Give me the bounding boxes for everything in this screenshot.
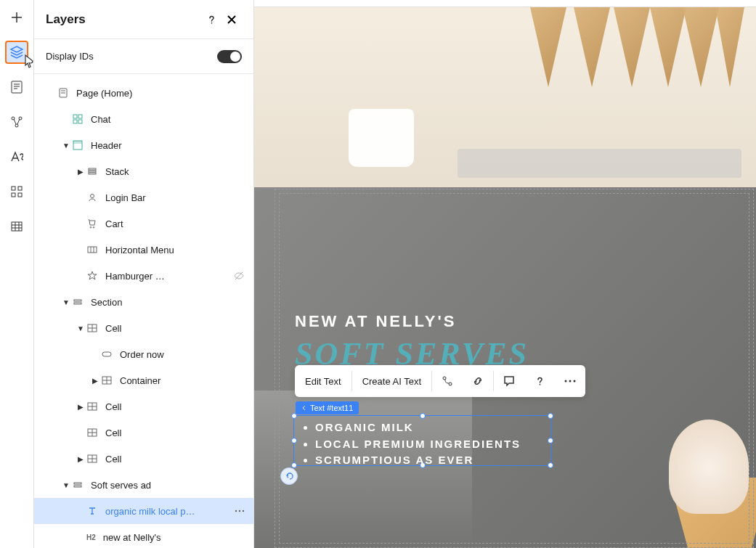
svg-rect-21	[74, 300, 81, 301]
svg-rect-20	[88, 247, 97, 253]
layers-tool[interactable]	[5, 41, 28, 64]
tree-row[interactable]: Page (Home)	[34, 80, 253, 106]
pages-tool[interactable]	[5, 75, 28, 99]
text-icon	[86, 505, 98, 517]
bullet-text[interactable]: ORGANIC MILK LOCAL PREMIUM INGREDIENTS S…	[304, 420, 521, 469]
close-button[interactable]	[221, 9, 242, 30]
panel-title: Layers	[46, 12, 201, 27]
page-icon	[57, 87, 69, 99]
svg-point-35	[449, 383, 452, 385]
section-icon	[72, 479, 84, 491]
svg-rect-12	[73, 120, 77, 123]
tree-label: Stack	[105, 166, 245, 177]
cart-icon	[86, 218, 98, 229]
tree-label: organic milk local p…	[105, 506, 235, 517]
table-tool[interactable]	[5, 215, 28, 238]
tree-label: Order now	[120, 349, 245, 360]
tree-row[interactable]: ▶Cell	[34, 393, 253, 420]
tree-label: Page (Home)	[76, 88, 245, 99]
display-ids-label: Display IDs	[46, 51, 217, 62]
tree-row[interactable]: Order now	[34, 341, 253, 367]
comment-button[interactable]	[494, 365, 524, 397]
menu-icon	[86, 244, 98, 255]
help-button[interactable]	[201, 9, 221, 30]
tree-row[interactable]: ▼Soft serves ad	[34, 472, 253, 498]
link-button[interactable]	[463, 365, 493, 397]
edit-text-button[interactable]: Edit Text	[295, 365, 351, 397]
svg-rect-17	[89, 171, 96, 172]
tree-label: Cell	[105, 323, 245, 334]
tree-label: Cell	[105, 454, 245, 465]
cell-icon	[86, 427, 98, 438]
help-context-button[interactable]	[524, 365, 555, 397]
canvas[interactable]: NEW AT NELLY'S SOFT SERVES Edit Text Cre…	[254, 0, 756, 548]
tree-row[interactable]: Horizontal Menu	[34, 237, 253, 263]
hero-image-top	[254, 7, 756, 189]
tree-label: Soft serves ad	[91, 480, 245, 491]
tree-label: Header	[91, 140, 245, 151]
tree-row[interactable]: H2new at Nelly's	[34, 524, 253, 548]
svg-point-34	[443, 377, 446, 380]
grid-tool[interactable]	[5, 180, 28, 203]
svg-point-38	[574, 380, 576, 383]
tree-label: new at Nelly's	[103, 532, 245, 543]
connections-tool[interactable]	[5, 110, 28, 134]
cell-icon	[86, 322, 98, 334]
tree-label: Section	[91, 297, 245, 308]
tree-row[interactable]: ▼Section	[34, 289, 253, 315]
add-tool[interactable]	[5, 6, 28, 29]
layer-tree[interactable]: Page (Home)Chat▼Header▶StackLogin BarCar…	[34, 74, 253, 548]
tree-label: Login Bar	[105, 192, 245, 203]
tree-row[interactable]: ▼Header	[34, 132, 253, 158]
selection-badge[interactable]: Text #text11	[296, 401, 359, 414]
heading-small: NEW AT NELLY'S	[295, 312, 529, 331]
floating-toolbar: Edit Text Create AI Text	[295, 365, 585, 397]
tree-row[interactable]: Login Bar	[34, 184, 253, 210]
svg-rect-15	[73, 141, 82, 144]
display-ids-toggle[interactable]	[217, 50, 242, 63]
svg-rect-18	[89, 173, 96, 174]
svg-rect-6	[12, 193, 15, 197]
svg-rect-5	[18, 187, 22, 190]
panel-header: Layers	[34, 0, 253, 39]
tree-row[interactable]: Chat	[34, 106, 253, 132]
animation-button[interactable]	[432, 365, 463, 397]
svg-rect-13	[78, 120, 82, 123]
svg-point-31	[235, 510, 237, 512]
tree-row[interactable]: ▶Stack	[34, 158, 253, 184]
svg-rect-11	[78, 115, 82, 118]
svg-point-19	[91, 195, 94, 198]
create-ai-text-button[interactable]: Create AI Text	[352, 365, 431, 397]
more-button[interactable]	[555, 365, 585, 397]
tree-row[interactable]: ▶Container	[34, 367, 253, 393]
user-icon	[86, 192, 98, 203]
tree-row[interactable]: organic milk local p…	[34, 498, 253, 524]
hidden-icon[interactable]	[233, 270, 245, 282]
svg-rect-24	[102, 352, 111, 356]
cell-icon	[101, 375, 113, 386]
tree-row[interactable]: ▼Cell	[34, 315, 253, 341]
star-icon	[86, 270, 98, 282]
tree-row[interactable]: Cell	[34, 420, 253, 446]
tree-row[interactable]: Cart	[34, 210, 253, 237]
tree-label: Horizontal Menu	[105, 245, 245, 255]
typography-tool[interactable]	[5, 145, 28, 168]
tree-label: Cell	[105, 428, 245, 438]
tree-label: Container	[120, 375, 245, 386]
tree-label: Cell	[105, 401, 245, 412]
svg-point-36	[565, 380, 567, 383]
tree-label: Chat	[91, 114, 245, 125]
svg-rect-29	[74, 483, 81, 484]
tree-row[interactable]: ▶Cell	[34, 446, 253, 472]
svg-point-33	[243, 510, 244, 512]
cell-icon	[86, 401, 98, 412]
svg-rect-4	[12, 187, 15, 190]
tree-label: Cart	[105, 218, 245, 229]
svg-point-3	[15, 124, 18, 127]
undo-badge[interactable]	[280, 467, 298, 485]
svg-rect-22	[74, 303, 81, 304]
chat-g-icon	[72, 113, 84, 125]
more-icon[interactable]	[235, 510, 245, 512]
svg-rect-16	[89, 168, 96, 170]
tree-row[interactable]: Hamburger …	[34, 263, 253, 289]
